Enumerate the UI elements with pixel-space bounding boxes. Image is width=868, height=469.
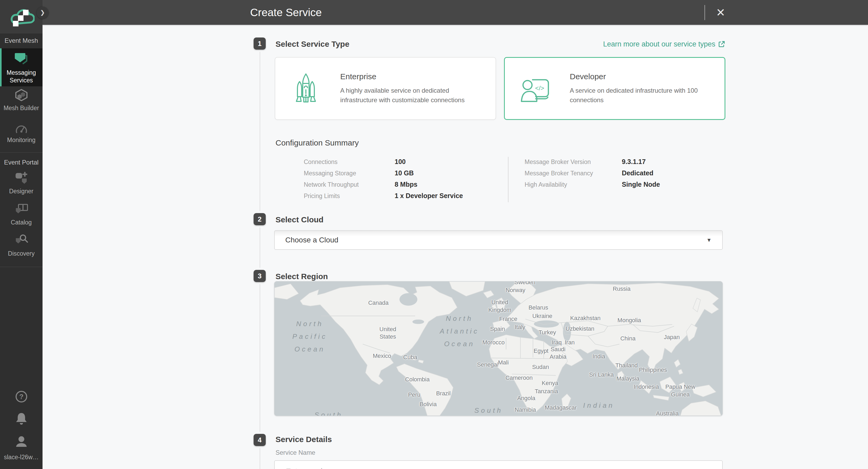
summary-value: Single Node <box>622 181 660 188</box>
svg-text:?: ? <box>19 393 24 401</box>
sidebar-divider <box>0 152 42 153</box>
help-button[interactable]: ? <box>0 390 42 403</box>
summary-label: High Availability <box>525 181 567 188</box>
sidebar-item-label: Catalog <box>11 219 32 226</box>
step-title-service-details: Service Details <box>276 435 332 444</box>
step-badge-4: 4 <box>254 434 266 446</box>
discovery-search-icon <box>14 234 29 247</box>
learn-more-label: Learn more about our service types <box>603 40 715 48</box>
catalog-book-icon <box>14 204 29 216</box>
sidebar-item-designer[interactable]: Designer <box>0 171 42 198</box>
cloud-select-value: Choose a Cloud <box>285 236 706 244</box>
step-connector <box>260 448 260 469</box>
close-button[interactable]: ✕ <box>713 5 728 20</box>
step-badge-2: 2 <box>254 213 266 225</box>
sidebar-group-event-mesh: Event Mesh <box>0 37 42 44</box>
region-map[interactable]: CanadaUnited StatesMexicoCubaColombiaPer… <box>274 281 723 416</box>
step-badge-1: 1 <box>254 37 266 50</box>
summary-value: 1 x Developer Service <box>395 192 463 200</box>
notifications-button[interactable] <box>0 412 42 426</box>
svg-text:</>: </> <box>535 85 545 92</box>
solace-cloud-logo-icon <box>8 7 35 27</box>
external-link-icon <box>718 41 725 48</box>
shield-icon <box>14 53 28 66</box>
service-type-description: A service on dedicated infrastructure wi… <box>570 86 710 105</box>
gauge-icon <box>15 124 28 133</box>
developer-icon: </> <box>520 74 551 102</box>
summary-label: Network Throughput <box>304 181 359 188</box>
sidebar-item-mesh-builder[interactable]: Mesh Builder <box>0 89 42 119</box>
service-type-card-enterprise[interactable]: Enterprise A highly available service on… <box>275 57 496 120</box>
service-type-name: Developer <box>570 72 710 81</box>
summary-value: 9.3.1.17 <box>622 158 646 165</box>
step-number: 3 <box>258 272 261 280</box>
sidebar-group-event-portal: Event Portal <box>0 159 42 166</box>
sidebar-item-label: Mesh Builder <box>3 104 39 112</box>
step-connector <box>260 284 260 432</box>
summary-value: 10 GB <box>395 169 414 177</box>
sidebar-item-monitoring[interactable]: Monitoring <box>0 124 42 151</box>
config-summary-title: Configuration Summary <box>276 138 359 147</box>
step-number: 1 <box>258 40 261 48</box>
cloud-select-dropdown[interactable]: Choose a Cloud ▼ <box>274 230 723 250</box>
close-icon: ✕ <box>716 6 725 19</box>
service-name-input[interactable] <box>274 460 723 469</box>
app-logo[interactable] <box>0 0 42 34</box>
page-title: Create Service <box>250 0 322 25</box>
header-divider <box>705 5 705 20</box>
summary-label: Connections <box>304 158 338 165</box>
step-badge-3: 3 <box>254 270 266 282</box>
sidebar-item-catalog[interactable]: Catalog <box>0 204 42 229</box>
step-title-select-service-type: Select Service Type <box>276 40 349 49</box>
step-title-select-cloud: Select Cloud <box>276 215 323 224</box>
service-type-name: Enterprise <box>340 72 481 81</box>
designer-icon <box>15 171 28 184</box>
sidebar: Event Mesh Messaging Services Mesh Build… <box>0 0 42 469</box>
header: Create Service ✕ <box>42 0 868 25</box>
service-type-card-developer[interactable]: </> Developer A service on dedicated inf… <box>504 57 725 120</box>
rocket-icon <box>293 72 319 104</box>
sidebar-item-messaging-services[interactable]: Messaging Services <box>0 48 42 86</box>
sidebar-item-label: Discovery <box>8 250 35 257</box>
summary-label: Message Broker Version <box>525 158 591 165</box>
sidebar-item-discovery[interactable]: Discovery <box>0 234 42 260</box>
step-connector <box>260 227 260 268</box>
summary-label: Message Broker Tenancy <box>525 170 593 177</box>
world-map-graphic <box>275 282 722 416</box>
summary-label: Messaging Storage <box>304 170 356 177</box>
sidebar-expand-button[interactable]: ❯ <box>36 7 49 19</box>
service-type-description: A highly available service on dedicated … <box>340 86 481 105</box>
summary-value: 8 Mbps <box>395 181 417 188</box>
username: slace-l26w… <box>0 454 42 461</box>
learn-more-link[interactable]: Learn more about our service types <box>603 40 725 48</box>
sidebar-item-label: Messaging Services <box>0 69 42 84</box>
summary-value: Dedicated <box>622 169 653 177</box>
sidebar-item-label: Designer <box>9 187 33 195</box>
summary-value: 100 <box>395 158 406 165</box>
bell-icon <box>15 412 28 426</box>
summary-divider <box>508 157 508 202</box>
avatar-icon <box>14 435 28 449</box>
sidebar-item-label: Monitoring <box>7 136 35 144</box>
step-title-select-region: Select Region <box>276 272 328 281</box>
chevron-right-icon: ❯ <box>40 9 45 16</box>
summary-label: Pricing Limits <box>304 192 340 200</box>
user-menu-button[interactable] <box>0 435 42 449</box>
step-connector <box>260 52 260 211</box>
step-number: 4 <box>258 436 261 444</box>
step-number: 2 <box>258 215 261 223</box>
chevron-down-icon: ▼ <box>706 237 712 243</box>
help-icon: ? <box>15 390 28 403</box>
hexagon-mesh-icon <box>15 89 28 101</box>
service-name-label: Service Name <box>276 449 315 456</box>
